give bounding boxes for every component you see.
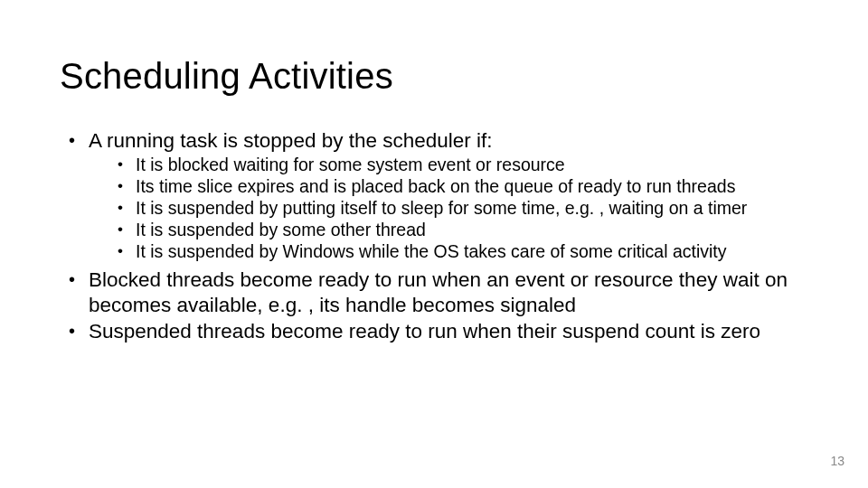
sub-bullet-item: It is suspended by some other thread xyxy=(118,220,814,241)
sub-bullet-text: It is suspended by putting itself to sle… xyxy=(136,198,747,218)
bullet-item: A running task is stopped by the schedul… xyxy=(69,128,814,262)
sub-bullet-text: It is blocked waiting for some system ev… xyxy=(136,155,565,174)
bullet-list-level1: A running task is stopped by the schedul… xyxy=(69,128,814,344)
slide-body: A running task is stopped by the schedul… xyxy=(69,128,814,346)
bullet-text: A running task is stopped by the schedul… xyxy=(89,129,493,152)
bullet-item: Blocked threads become ready to run when… xyxy=(69,267,814,317)
sub-bullet-text: It is suspended by Windows while the OS … xyxy=(136,241,727,261)
sub-bullet-text: It is suspended by some other thread xyxy=(136,220,426,239)
bullet-text: Blocked threads become ready to run when… xyxy=(89,268,788,315)
bullet-list-level2: It is blocked waiting for some system ev… xyxy=(89,155,814,262)
slide: Scheduling Activities A running task is … xyxy=(0,0,868,488)
bullet-text: Suspended threads become ready to run wh… xyxy=(89,320,760,343)
page-number: 13 xyxy=(830,454,844,468)
sub-bullet-text: Its time slice expires and is placed bac… xyxy=(136,176,735,196)
sub-bullet-item: It is suspended by Windows while the OS … xyxy=(118,241,814,263)
bullet-item: Suspended threads become ready to run wh… xyxy=(69,319,814,343)
sub-bullet-item: It is blocked waiting for some system ev… xyxy=(118,155,814,176)
sub-bullet-item: It is suspended by putting itself to sle… xyxy=(118,198,814,220)
slide-title: Scheduling Activities xyxy=(60,56,393,97)
sub-bullet-item: Its time slice expires and is placed bac… xyxy=(118,176,814,198)
